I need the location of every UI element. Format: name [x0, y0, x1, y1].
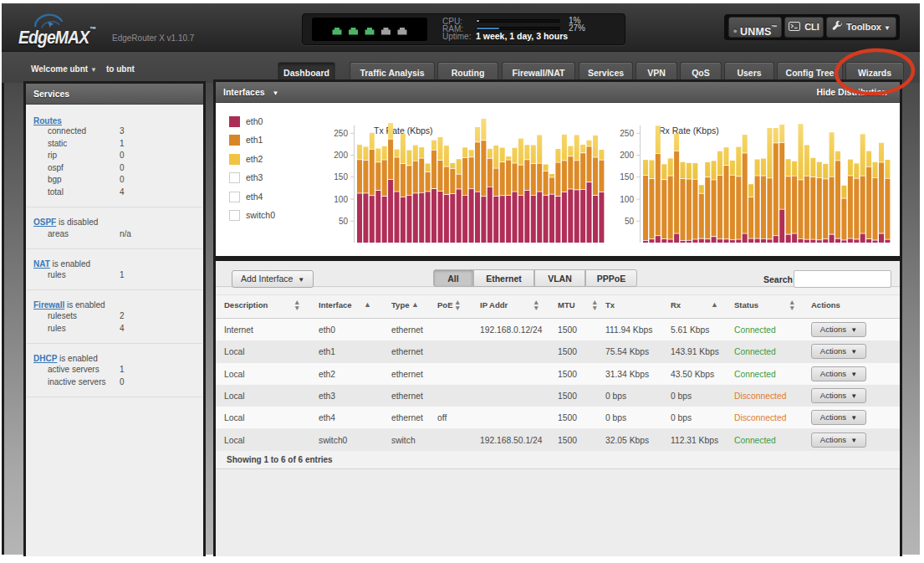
svg-text:100: 100: [334, 195, 348, 204]
svg-text:150: 150: [620, 172, 634, 182]
svg-text:200: 200: [334, 151, 348, 160]
svg-text:250: 250: [334, 129, 348, 138]
svg-text:50: 50: [339, 217, 349, 226]
svg-text:250: 250: [620, 129, 634, 138]
svg-text:50: 50: [625, 217, 635, 226]
svg-text:150: 150: [334, 172, 348, 182]
svg-text:200: 200: [620, 151, 634, 160]
svg-text:100: 100: [620, 195, 634, 204]
svg-text:Rx Rate (Kbps): Rx Rate (Kbps): [659, 125, 719, 136]
